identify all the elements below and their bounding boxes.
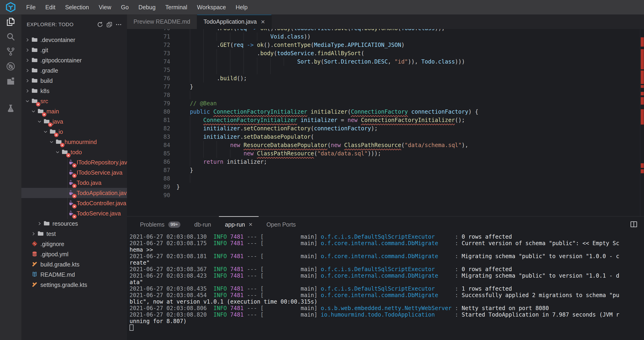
indent-guide: [216, 49, 230, 57]
panel-tab-db-run[interactable]: db-run: [187, 216, 218, 233]
line-number: 73: [127, 49, 176, 57]
terminal-row: 2021-06-27 02:03:08.454 INFO 7481 --- [ …: [130, 292, 644, 299]
more-actions-icon[interactable]: [114, 20, 123, 29]
indent-guide: [230, 66, 244, 74]
error-mark: [641, 109, 644, 125]
tree-item-resources[interactable]: resources: [21, 219, 127, 229]
tree-item-itodoservice-java[interactable]: ×ITodoService.java: [21, 167, 127, 178]
indent-guide: [176, 149, 190, 158]
chevron-right-icon[interactable]: [24, 88, 31, 94]
menu-item-debug[interactable]: Debug: [134, 0, 160, 14]
indent-guide: [203, 49, 217, 57]
source-control-icon[interactable]: [0, 44, 21, 59]
tree-item-io[interactable]: ×io: [21, 127, 127, 137]
chevron-down-icon[interactable]: [42, 128, 49, 135]
files-icon[interactable]: [0, 14, 21, 29]
chevron-right-icon[interactable]: [24, 37, 31, 43]
menu-item-terminal[interactable]: Terminal: [160, 0, 192, 14]
tree-item-todoapplication-java[interactable]: ×TodoApplication.java: [21, 188, 127, 198]
line-number: 72: [127, 41, 176, 49]
menu-item-edit[interactable]: Edit: [40, 0, 60, 14]
kotlin-file-icon: [31, 281, 38, 289]
tree-item-test[interactable]: test: [21, 229, 127, 239]
tree-item-devcontainer[interactable]: .devcontainer: [21, 35, 127, 45]
tree-item-settings-gradle-kts[interactable]: settings.gradle.kts: [21, 280, 127, 290]
menu-item-view[interactable]: View: [94, 0, 116, 14]
close-icon[interactable]: ×: [249, 221, 252, 228]
code-line-73: 73.body(todoService.findAllBySort(: [127, 49, 640, 57]
collapse-all-icon[interactable]: [105, 20, 114, 29]
code-editor[interactable]: 70.POST(req -> ok().body(todoService.sav…: [127, 29, 644, 216]
chevron-down-icon[interactable]: [48, 139, 55, 145]
panel-tab-app-run[interactable]: app-run×: [218, 216, 260, 233]
tree-item-gitpodcontainer[interactable]: .gitpodcontainer: [21, 55, 127, 65]
menu-item-workspace[interactable]: Workspace: [192, 0, 231, 14]
line-content: Void.class)): [176, 33, 310, 40]
tree-item-build[interactable]: build: [21, 76, 127, 86]
terminal-output[interactable]: 2021-06-27 02:03:08.130 INFO 7481 --- [ …: [130, 234, 644, 331]
tree-item-gitignore[interactable]: .gitignore: [21, 239, 127, 249]
tab-todoapplication-java[interactable]: TodoApplication.java×: [197, 14, 272, 29]
line-number: 79: [127, 99, 176, 108]
flask-icon[interactable]: [0, 101, 21, 116]
tree-item-main[interactable]: ×main: [21, 106, 127, 116]
tree-item-label: test: [46, 231, 56, 237]
overview-ruler[interactable]: [640, 29, 644, 216]
tree-item-src[interactable]: ×src: [21, 96, 127, 106]
tab-preview-readme-md[interactable]: Preview README.md: [127, 14, 197, 29]
indent-guide: [176, 108, 190, 116]
chevron-right-icon[interactable]: [24, 77, 31, 84]
tree-item-humourmind[interactable]: ×humourmind: [21, 137, 127, 147]
menu-item-help[interactable]: Help: [231, 0, 252, 14]
chevron-down-icon[interactable]: [30, 108, 37, 115]
tree-item-label: main: [46, 108, 59, 115]
folder-icon: [31, 46, 38, 54]
plugins-icon[interactable]: [0, 74, 21, 89]
indent-guide: [203, 41, 217, 49]
code-line-84: 84new ResourceDatabasePopulator(new Clas…: [127, 141, 640, 149]
indent-guide: [190, 57, 203, 66]
error-mark: [641, 169, 644, 173]
chevron-right-icon[interactable]: [30, 231, 37, 237]
tree-item-build-gradle-kts[interactable]: build.gradle.kts: [21, 259, 127, 270]
chevron-down-icon[interactable]: [54, 149, 61, 155]
tree-item-todo[interactable]: ×todo: [21, 147, 127, 157]
line-content: initializer.setDatabasePopulator(: [176, 134, 314, 140]
tree-item-readme-md[interactable]: README.md: [21, 270, 127, 280]
tree-item-java[interactable]: ×java: [21, 116, 127, 127]
tree-item-label: src: [40, 98, 48, 105]
indent-guide: [216, 141, 230, 149]
tree-item-label: build: [40, 77, 53, 84]
tree-item-gitpod-yml[interactable]: .gitpod.yml: [21, 249, 127, 259]
debug-disabled-icon[interactable]: [0, 59, 21, 74]
refresh-icon[interactable]: [96, 20, 105, 29]
chevron-right-icon[interactable]: [36, 220, 43, 227]
code-content: 70.POST(req -> ok().body(todoService.sav…: [127, 29, 640, 199]
terminal-cursor: [130, 325, 134, 331]
gitpod-logo[interactable]: [0, 0, 21, 14]
chevron-down-icon[interactable]: [36, 118, 43, 125]
menu-item-selection[interactable]: Selection: [60, 0, 94, 14]
search-icon[interactable]: [0, 29, 21, 44]
tree-item-git[interactable]: .git: [21, 45, 127, 55]
tree-item-label: TodoApplication.java: [76, 190, 130, 196]
close-icon[interactable]: ×: [261, 18, 265, 25]
panel-tab-problems[interactable]: Problems99+: [133, 216, 187, 233]
panel-tab-open-ports[interactable]: Open Ports: [260, 216, 303, 233]
tree-item-todoservice-java[interactable]: ×TodoService.java: [21, 208, 127, 219]
menu-item-go[interactable]: Go: [116, 0, 134, 14]
chevron-right-icon[interactable]: [24, 47, 31, 53]
chevron-right-icon[interactable]: [24, 67, 31, 74]
folder-icon: [31, 67, 38, 74]
tree-item-itodorepository-java[interactable]: ×ITodoRepository.java: [21, 157, 127, 167]
menu-item-file[interactable]: File: [21, 0, 40, 14]
tree-item-todocontroller-java[interactable]: ×TodoController.java: [21, 198, 127, 208]
chevron-down-icon[interactable]: [24, 98, 31, 104]
tree-item-k8s[interactable]: k8s: [21, 86, 127, 96]
folder-icon: ×: [43, 118, 50, 125]
chevron-right-icon[interactable]: [24, 57, 31, 63]
tree-item-todo-java[interactable]: ×Todo.java: [21, 178, 127, 188]
split-panel-icon[interactable]: [630, 220, 639, 229]
error-badge: ×: [72, 184, 76, 188]
tree-item-gradle[interactable]: .gradle: [21, 65, 127, 76]
